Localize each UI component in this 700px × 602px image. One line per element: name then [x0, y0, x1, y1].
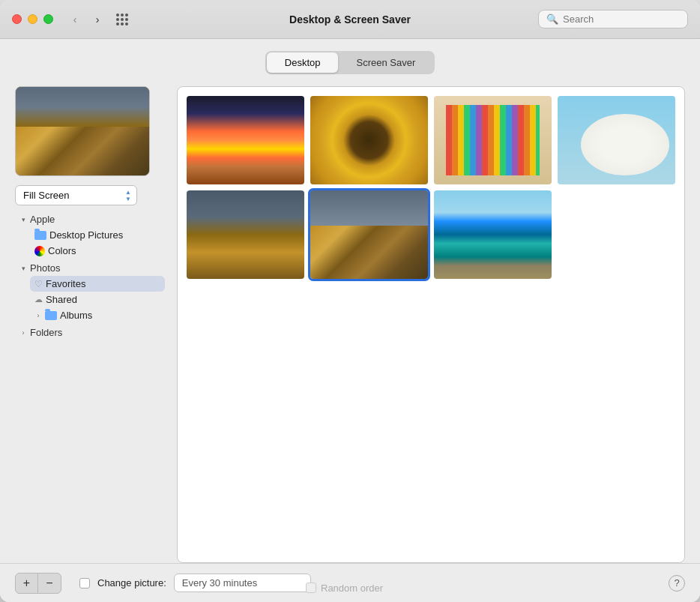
chevron-right-icon: ›	[34, 312, 42, 319]
add-button[interactable]: +	[16, 574, 38, 593]
sidebar-item-apple[interactable]: ▾ Apple	[15, 211, 165, 227]
sidebar-item-label: Apple	[30, 214, 55, 225]
remove-button[interactable]: −	[38, 574, 61, 593]
thumbnail-desert2-selected[interactable]	[310, 190, 428, 279]
nav-forward-button[interactable]: ›	[88, 12, 107, 27]
app-grid-icon[interactable]	[116, 13, 128, 25]
apple-children: Desktop Pictures Colors	[15, 227, 165, 259]
random-order-label: Random order	[321, 583, 383, 594]
photos-children: ♡ Favorites ☁ Shared › Albums	[15, 276, 165, 323]
thumbnail-image	[434, 96, 552, 184]
tab-desktop[interactable]: Desktop	[267, 52, 339, 73]
preview-box	[15, 86, 150, 176]
sidebar-item-desktop-pictures[interactable]: Desktop Pictures	[30, 227, 165, 243]
heart-icon: ♡	[34, 279, 43, 289]
folder-icon	[34, 231, 46, 240]
content-area: Desktop Screen Saver Fill Screen Fit to …	[0, 39, 700, 563]
traffic-lights	[12, 14, 53, 24]
grid-dot	[125, 13, 128, 16]
grid-dot	[121, 13, 124, 16]
thumbnail-sunflower[interactable]	[310, 96, 428, 184]
minimize-button[interactable]	[28, 14, 37, 24]
interval-select[interactable]: Every 30 minutes Every 5 minutes Every h…	[174, 574, 311, 592]
thumbnail-image	[187, 96, 304, 184]
tab-bar: Desktop Screen Saver	[15, 51, 685, 74]
sidebar-item-label: Favorites	[46, 278, 85, 289]
sidebar: ▾ Apple Desktop Pictures Colors	[15, 211, 165, 563]
grid-dot	[116, 22, 119, 25]
left-panel: Fill Screen Fit to Screen Stretch to Fil…	[15, 86, 165, 563]
tab-screen-saver[interactable]: Screen Saver	[338, 52, 433, 73]
preview-image	[16, 87, 149, 175]
change-picture-label: Change picture:	[97, 577, 166, 589]
grid-dot	[116, 18, 119, 21]
fill-screen-select[interactable]: Fill Screen Fit to Screen Stretch to Fil…	[15, 185, 137, 205]
random-order-group: Random order	[306, 583, 383, 594]
sidebar-item-favorites[interactable]: ♡ Favorites	[30, 276, 165, 292]
chevron-down-icon: ▾	[19, 265, 27, 272]
grid-dot	[116, 13, 119, 16]
thumbnail-image	[310, 190, 428, 279]
thumbnail-image	[187, 190, 304, 279]
window-title: Desktop & Screen Saver	[289, 13, 411, 25]
sidebar-item-label: Shared	[46, 294, 77, 305]
sidebar-item-folders[interactable]: › Folders	[15, 325, 165, 340]
tab-group: Desktop Screen Saver	[265, 51, 435, 74]
sidebar-item-colors[interactable]: Colors	[30, 243, 165, 259]
thumbnail-sunset[interactable]	[187, 96, 304, 184]
dropdown-wrapper: Fill Screen Fit to Screen Stretch to Fil…	[15, 185, 137, 205]
fill-screen-dropdown: Fill Screen Fit to Screen Stretch to Fil…	[15, 185, 165, 205]
search-icon: 🔍	[546, 13, 558, 25]
cloud-icon: ☁	[34, 295, 43, 304]
app-window: ‹ › Desktop & Screen Saver 🔍 Desktop Scr…	[0, 0, 700, 602]
bottom-bar: + − Change picture: Every 30 minutes Eve…	[0, 563, 700, 602]
tree-section-folders: › Folders	[15, 325, 165, 340]
chevron-right-icon: ›	[19, 329, 27, 337]
thumbnail-colorful[interactable]	[434, 96, 552, 184]
chevron-down-icon: ▾	[19, 216, 27, 223]
help-button[interactable]: ?	[669, 575, 685, 592]
grid-dot	[125, 22, 128, 25]
titlebar: ‹ › Desktop & Screen Saver 🔍	[0, 0, 700, 39]
maximize-button[interactable]	[43, 14, 53, 24]
change-picture-checkbox[interactable]	[79, 578, 90, 589]
thumbnail-desert[interactable]	[187, 190, 304, 279]
sidebar-item-label: Desktop Pictures	[49, 229, 123, 241]
sidebar-item-photos[interactable]: ▾ Photos	[15, 260, 165, 276]
random-order-checkbox[interactable]	[306, 583, 316, 593]
close-button[interactable]	[12, 14, 22, 24]
colors-icon	[34, 246, 45, 256]
main-content: Fill Screen Fit to Screen Stretch to Fil…	[15, 86, 685, 563]
grid-dot	[125, 18, 128, 21]
add-remove-group: + −	[15, 573, 61, 594]
sidebar-item-shared[interactable]: ☁ Shared	[30, 292, 165, 307]
interval-dropdown-wrapper: Every 30 minutes Every 5 minutes Every h…	[174, 574, 311, 592]
grid-dot	[121, 18, 124, 21]
search-bar[interactable]: 🔍	[538, 10, 688, 28]
change-picture-group: Change picture: Every 30 minutes Every 5…	[79, 574, 311, 592]
folder-icon	[45, 311, 57, 320]
search-input[interactable]	[563, 13, 680, 25]
thumbnail-image	[434, 190, 552, 279]
thumbnail-coastal[interactable]	[434, 190, 552, 279]
sidebar-item-albums[interactable]: › Albums	[30, 307, 165, 323]
bottom-extra: Change picture: Every 30 minutes Every 5…	[73, 564, 685, 603]
nav-back-button[interactable]: ‹	[65, 12, 85, 27]
thumbnail-image	[310, 96, 428, 184]
sidebar-item-label: Folders	[30, 327, 62, 338]
tree-section-photos: ▾ Photos ♡ Favorites ☁ Shared	[15, 260, 165, 323]
thumbnail-dog[interactable]	[558, 96, 675, 184]
image-grid	[177, 86, 685, 563]
tree-section-apple: ▾ Apple Desktop Pictures Colors	[15, 211, 165, 259]
nav-buttons: ‹ ›	[65, 12, 107, 27]
sidebar-item-label: Photos	[30, 262, 60, 274]
grid-dot	[121, 22, 124, 25]
sidebar-item-label: Albums	[60, 310, 92, 321]
thumbnail-image	[558, 96, 675, 184]
sidebar-item-label: Colors	[48, 245, 76, 256]
